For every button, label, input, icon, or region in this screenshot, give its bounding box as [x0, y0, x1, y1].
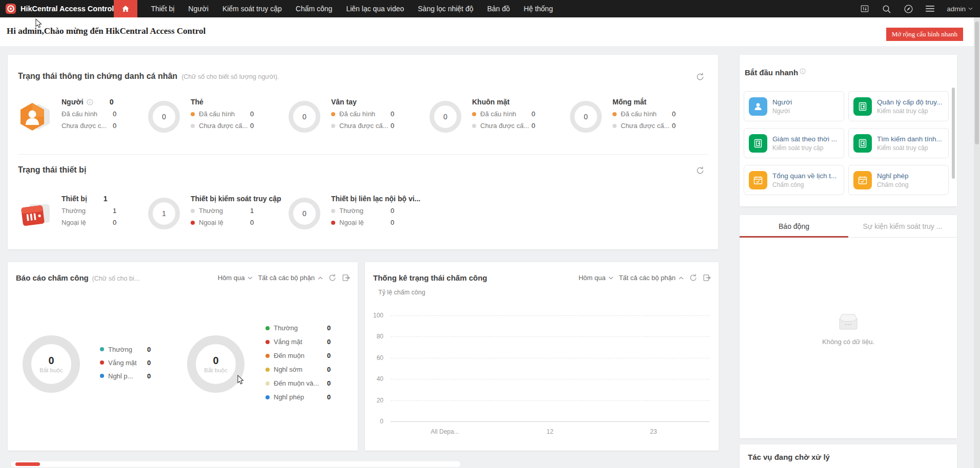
horizontal-scrollbar[interactable]: [11, 461, 460, 467]
nav-thiet-bi[interactable]: Thiết bị: [151, 5, 174, 13]
active-tab-indicator: [740, 236, 848, 238]
nav-sang-loc-nhiet-do[interactable]: Sàng lọc nhiệt độ: [418, 5, 473, 13]
help-compass-icon[interactable]: [904, 4, 913, 14]
time-filter-dropdown[interactable]: Hôm qua: [218, 274, 253, 282]
wizard-icon[interactable]: [860, 4, 869, 13]
info-icon[interactable]: [800, 68, 806, 74]
export-icon[interactable]: [342, 273, 351, 282]
refresh-icon[interactable]: [696, 166, 705, 175]
y-tick: 60: [365, 354, 383, 361]
app-logo-icon: [5, 3, 16, 14]
topbar-right: admin: [860, 0, 973, 17]
empty-box-icon: [836, 311, 861, 331]
tab-bao-dong[interactable]: Báo động: [740, 215, 848, 237]
home-icon: [121, 4, 130, 13]
nav-nguoi[interactable]: Người: [188, 5, 209, 13]
quickstart-item-access-level[interactable]: Quản lý cấp độ truy...Kiểm soát truy cập: [848, 91, 949, 121]
home-button[interactable]: [114, 0, 137, 17]
nav-lien-lac-qua-video[interactable]: Liên lạc qua video: [346, 5, 404, 13]
x-axis-line: [391, 421, 709, 422]
calendar-icon: [853, 171, 872, 189]
required-donut-2: 0 Bắt buộc: [187, 335, 244, 393]
department-filter-dropdown[interactable]: Tất cả các bộ phận: [258, 274, 323, 282]
expand-quick-config-button[interactable]: Mở rộng cấu hình nhanh: [886, 28, 963, 41]
attendance-report-subtitle: (Chữ số cho bi...: [92, 275, 139, 282]
refresh-icon[interactable]: [328, 273, 337, 282]
credential-ring-fingerprint: 0: [289, 101, 320, 133]
chevron-up-icon: [318, 276, 323, 280]
pending-value: 0: [113, 122, 116, 130]
y-tick: 40: [365, 375, 383, 382]
attendance-legend-2: Thường0 Vắng mặt0 Đến muộn0 Nghỉ sớm0 Đế…: [266, 321, 331, 404]
pending-tasks-card: Tác vụ đang chờ xử lý: [740, 444, 957, 468]
quickstart-scrollbar[interactable]: [952, 88, 955, 179]
y-tick: 20: [365, 397, 383, 404]
chevron-down-icon: [608, 276, 614, 280]
empty-state: Không có dữ liệu.: [740, 311, 957, 346]
x-tick: 12: [546, 428, 553, 435]
greeting-text: Hi admin,Chào mừng đến HikCentral Access…: [7, 26, 206, 36]
gridline: [391, 379, 709, 379]
person-badge-icon: [18, 100, 52, 134]
time-filter-dropdown[interactable]: Hôm qua: [579, 274, 614, 282]
gridline: [391, 358, 709, 358]
device-badge-icon: [18, 197, 52, 231]
welcome-bar: Hi admin,Chào mừng đến HikCentral Access…: [0, 17, 980, 46]
person-total: 0: [110, 98, 114, 106]
info-icon[interactable]: [87, 99, 93, 105]
empty-text: Không có dữ liệu.: [822, 338, 874, 346]
gridline: [391, 400, 709, 401]
y-tick: 80: [365, 333, 383, 340]
vertical-scrollbar[interactable]: [974, 17, 980, 468]
credential-group-iris: Mống mắt Đã cấu hình0 Chưa được cấ...0: [612, 98, 730, 130]
quickstart-item-identity-search[interactable]: Tìm kiếm danh tính...Kiểm soát truy cập: [848, 128, 949, 158]
nav-kiem-soat-truy-cap[interactable]: Kiểm soát truy cập: [222, 5, 282, 13]
refresh-icon[interactable]: [696, 72, 705, 81]
person-group-label: Người: [62, 98, 84, 106]
required-donut-1: 0 Bắt buộc: [23, 335, 80, 393]
username: admin: [947, 5, 966, 13]
chevron-up-icon: [679, 276, 684, 280]
quickstart-item-person[interactable]: NgườiNgười: [744, 91, 844, 121]
x-tick: All Depa...: [431, 428, 459, 435]
department-filter-dropdown[interactable]: Tất cả các bộ phận: [619, 274, 684, 282]
calendar-icon: [749, 171, 767, 189]
chart-y-axis-label: Tỷ lệ chấm công: [378, 289, 425, 296]
quick-start-title: Bắt đầu nhanh: [745, 68, 798, 77]
gridline: [391, 315, 709, 316]
status-card: Trạng thái thông tin chứng danh cá nhân …: [8, 55, 718, 249]
nav-ban-do[interactable]: Bản đồ: [487, 5, 509, 13]
attendance-chart-card: Thống kê trạng thái chấm công Hôm qua Tấ…: [365, 262, 719, 451]
refresh-icon[interactable]: [689, 273, 698, 282]
horizontal-scrollbar-thumb[interactable]: [15, 462, 40, 466]
brand-name: HikCentral Access Control: [21, 5, 114, 13]
chevron-down-icon: [968, 7, 973, 10]
device-ring-access: 1: [148, 198, 180, 229]
menu-icon[interactable]: [926, 5, 934, 12]
configured-value: 0: [113, 110, 116, 118]
top-navigation: Thiết bị Người Kiểm soát truy cập Chấm c…: [151, 5, 553, 13]
export-icon[interactable]: [703, 273, 711, 282]
search-icon[interactable]: [882, 4, 891, 14]
attendance-report-title: Báo cáo chấm công: [16, 273, 89, 282]
y-tick: 100: [365, 312, 383, 319]
alarm-panel-card: Báo động Sự kiện kiểm soát truy ... Khôn…: [740, 215, 957, 438]
door-icon: [853, 97, 872, 116]
user-menu[interactable]: admin: [947, 5, 973, 13]
attendance-legend-1: Thường0 Vắng mặt0 Nghỉ p...0: [100, 343, 151, 382]
door-icon: [749, 134, 767, 153]
credential-ring-face: 0: [430, 101, 461, 133]
credential-status-subtitle: (Chữ số cho biết số lượng người).: [181, 73, 279, 80]
tab-su-kien-kiem-soat[interactable]: Sự kiện kiểm soát truy ...: [848, 215, 957, 237]
nav-he-thong[interactable]: Hệ thống: [524, 5, 553, 13]
gridline: [391, 336, 709, 337]
nav-cham-cong[interactable]: Chấm công: [296, 5, 333, 13]
pending-label: Chưa được c...: [62, 122, 113, 130]
quickstart-item-schedule-overview[interactable]: Tổng quan về lịch t...Chấm công: [744, 165, 844, 195]
y-tick: 0: [365, 418, 383, 425]
x-tick: 23: [650, 428, 657, 435]
credential-ring-card: 0: [148, 101, 180, 133]
quickstart-item-realtime-monitor[interactable]: Giám sát theo thời ...Kiểm soát truy cập: [744, 128, 844, 158]
quickstart-item-leave[interactable]: Nghỉ phépChấm công: [848, 165, 949, 195]
vertical-scrollbar-thumb[interactable]: [975, 22, 979, 144]
